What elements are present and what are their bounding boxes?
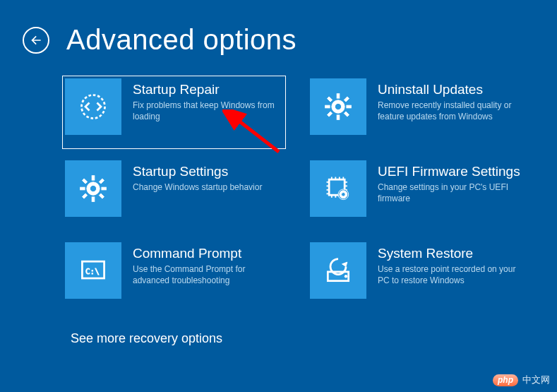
svg-rect-4: [347, 105, 351, 108]
gear-icon: [65, 160, 121, 217]
svg-rect-6: [344, 112, 349, 117]
gear-icon: [310, 78, 366, 135]
see-more-recovery-options-link[interactable]: See more recovery options: [0, 313, 557, 346]
tile-title: UEFI Firmware Settings: [378, 164, 522, 180]
arrow-left-icon: [29, 33, 43, 47]
tile-text: Command Prompt Use the Command Prompt fo…: [121, 242, 283, 286]
watermark-text: 中文网: [522, 374, 550, 386]
watermark: php 中文网: [493, 374, 550, 386]
svg-rect-5: [328, 97, 333, 102]
svg-rect-11: [80, 187, 85, 190]
tile-title: Startup Settings: [133, 164, 277, 180]
tile-title: Uninstall Updates: [378, 82, 522, 98]
svg-rect-12: [102, 187, 106, 190]
tile-desc: Change Windows startup behavior: [133, 182, 277, 193]
tile-desc: Use a restore point recorded on your PC …: [378, 263, 522, 286]
back-button[interactable]: [23, 27, 49, 54]
tile-text: UEFI Firmware Settings Change settings i…: [366, 160, 528, 204]
tile-title: Command Prompt: [133, 246, 277, 262]
code-tag-icon: [65, 78, 121, 135]
tile-startup-settings[interactable]: Startup Settings Change Windows startup …: [62, 158, 286, 231]
svg-rect-15: [99, 179, 104, 184]
tile-title: System Restore: [378, 246, 522, 262]
tile-startup-repair[interactable]: Startup Repair Fix problems that keep Wi…: [62, 76, 286, 149]
svg-rect-7: [344, 97, 349, 102]
chip-gear-icon: [310, 160, 366, 217]
tile-command-prompt[interactable]: C:\ Command Prompt Use the Command Promp…: [62, 239, 286, 313]
watermark-pill: php: [493, 374, 518, 386]
tile-uefi-firmware-settings[interactable]: UEFI Firmware Settings Change settings i…: [307, 158, 531, 231]
tile-text: System Restore Use a restore point recor…: [366, 242, 528, 286]
tile-desc: Fix problems that keep Windows from load…: [133, 100, 277, 122]
page-title: Advanced options: [66, 24, 297, 56]
tile-uninstall-updates[interactable]: Uninstall Updates Remove recently instal…: [307, 76, 531, 149]
svg-rect-10: [92, 197, 95, 201]
svg-rect-8: [328, 112, 333, 117]
svg-rect-9: [92, 176, 95, 180]
svg-rect-2: [337, 115, 340, 119]
tile-desc: Use the Command Prompt for advanced trou…: [133, 263, 277, 286]
svg-rect-3: [325, 105, 330, 108]
tile-title: Startup Repair: [133, 82, 277, 98]
restore-icon: [310, 242, 366, 299]
svg-point-38: [345, 275, 347, 278]
svg-rect-16: [83, 194, 88, 198]
tile-desc: Change settings in your PC's UEFI firmwa…: [378, 182, 522, 204]
tile-text: Uninstall Updates Remove recently instal…: [366, 78, 528, 122]
svg-text:C:\: C:\: [85, 267, 100, 276]
header: Advanced options: [0, 0, 557, 56]
tile-system-restore[interactable]: System Restore Use a restore point recor…: [307, 239, 531, 313]
tile-text: Startup Repair Fix problems that keep Wi…: [121, 78, 283, 122]
options-grid: Startup Repair Fix problems that keep Wi…: [0, 56, 557, 313]
tile-desc: Remove recently installed quality or fea…: [378, 100, 522, 122]
svg-rect-1: [337, 94, 340, 98]
terminal-icon: C:\: [65, 242, 121, 299]
svg-rect-13: [83, 179, 88, 184]
svg-rect-14: [99, 194, 104, 198]
tile-text: Startup Settings Change Windows startup …: [121, 160, 283, 193]
